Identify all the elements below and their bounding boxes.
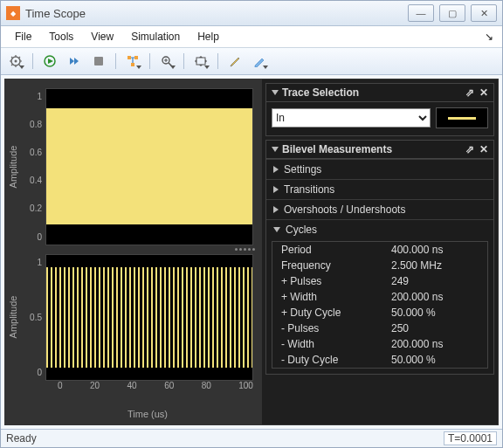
cell: + Duty Cycle [281, 307, 391, 319]
cell: Frequency [281, 259, 391, 272]
table-row: - Pulses250 [272, 320, 487, 336]
cell: 250 [391, 322, 479, 334]
config-button[interactable] [4, 51, 27, 72]
chevron-right-icon [273, 166, 279, 173]
plot-top[interactable]: Amplitude 1 0.8 0.6 0.4 0.2 0 [5, 79, 262, 245]
cell: - Pulses [281, 322, 391, 334]
y-axis-label-bottom: Amplitude [8, 296, 18, 339]
section-label: Transitions [284, 183, 334, 196]
plot-bottom[interactable]: Amplitude 1 0.5 0 [5, 254, 262, 381]
ytick: 0 [21, 368, 42, 377]
zoom-button[interactable] [155, 51, 178, 72]
signal-config-button[interactable] [121, 51, 144, 72]
section-label: Cycles [286, 224, 317, 236]
titlebar: ◆ Time Scope — ▢ ✕ [1, 1, 502, 26]
collapse-icon [272, 90, 279, 95]
x-ticks: 0 20 40 60 80 100 [5, 381, 262, 409]
step-button[interactable] [63, 51, 86, 72]
ytick: 0.4 [21, 176, 42, 185]
menu-view[interactable]: View [82, 29, 122, 45]
xtick: 0 [58, 381, 63, 390]
menu-arrow-icon[interactable]: ↘ [485, 31, 493, 43]
section-settings[interactable]: Settings [266, 159, 493, 179]
ytick: 0.6 [21, 148, 42, 157]
menu-file[interactable]: File [6, 29, 40, 45]
cell: 2.500 MHz [391, 259, 479, 272]
bilevel-title: Bilevel Measurements [282, 143, 392, 155]
close-icon[interactable]: ✕ [479, 86, 488, 99]
collapse-icon [272, 147, 279, 152]
cell: + Width [281, 291, 391, 303]
annotate-button[interactable] [248, 51, 271, 72]
xtick: 40 [127, 381, 137, 390]
status-time: T=0.0001 [444, 431, 497, 445]
cell: 50.000 % [391, 354, 479, 366]
svg-rect-7 [127, 56, 131, 59]
run-button[interactable] [38, 51, 61, 72]
plot-box-bottom[interactable] [45, 254, 253, 381]
section-cycles[interactable]: Cycles [266, 219, 493, 239]
svg-rect-9 [131, 63, 134, 66]
y-ticks-top: 1 0.8 0.6 0.4 0.2 0 [21, 88, 45, 245]
stop-button[interactable] [87, 51, 110, 72]
cell: + Pulses [281, 275, 391, 287]
trace-select-input[interactable]: In [272, 108, 431, 128]
svg-rect-8 [134, 56, 138, 59]
maximize-button[interactable]: ▢ [439, 4, 465, 22]
cell: 200.000 ns [391, 291, 479, 303]
undock-icon[interactable]: ⇗ [465, 86, 474, 99]
undock-icon[interactable]: ⇗ [465, 143, 474, 155]
svg-rect-6 [94, 57, 103, 65]
close-icon[interactable]: ✕ [479, 143, 488, 155]
ytick: 0.8 [21, 120, 42, 129]
chevron-down-icon [273, 227, 280, 232]
main-area: Amplitude 1 0.8 0.6 0.4 0.2 0 [4, 79, 499, 425]
stop-icon [93, 56, 104, 66]
plots-region: Amplitude 1 0.8 0.6 0.4 0.2 0 [5, 79, 262, 424]
cell: - Width [281, 338, 391, 350]
menu-simulation[interactable]: Simulation [122, 29, 189, 45]
status-ready: Ready [6, 432, 37, 445]
ytick: 0 [21, 232, 42, 242]
cell: - Duty Cycle [281, 354, 391, 366]
chevron-down-icon [19, 65, 24, 69]
window-controls: — ▢ ✕ [408, 4, 497, 22]
table-row: Frequency2.500 MHz [272, 258, 487, 273]
highlight-button[interactable] [224, 51, 246, 72]
cycles-table: Period400.000 ns Frequency2.500 MHz + Pu… [272, 241, 488, 369]
menu-help[interactable]: Help [189, 29, 228, 45]
chevron-right-icon [273, 206, 279, 213]
table-row: - Duty Cycle50.000 % [272, 352, 487, 368]
window: ◆ Time Scope — ▢ ✕ File Tools View Simul… [0, 0, 503, 448]
splitter-dots-icon[interactable] [5, 245, 262, 254]
svg-marker-3 [48, 59, 53, 64]
xtick: 100 [238, 381, 253, 390]
play-icon [44, 55, 56, 67]
toolbar [1, 48, 502, 75]
cell: 200.000 ns [391, 338, 479, 350]
svg-marker-4 [70, 58, 74, 65]
plot-box-top[interactable] [45, 88, 253, 245]
close-button[interactable]: ✕ [471, 4, 497, 22]
section-overshoots[interactable]: Overshoots / Undershoots [266, 199, 493, 219]
cell: 249 [391, 275, 479, 287]
xtick: 20 [90, 381, 100, 390]
table-row: + Pulses249 [272, 273, 487, 289]
trace-selection-header[interactable]: Trace Selection ⇗ ✕ [265, 83, 494, 102]
svg-rect-14 [196, 58, 205, 65]
scale-button[interactable] [189, 51, 212, 72]
section-transitions[interactable]: Transitions [266, 179, 493, 199]
chevron-down-icon [136, 65, 141, 69]
menubar: File Tools View Simulation Help ↘ [1, 26, 502, 48]
svg-marker-5 [74, 58, 79, 65]
trace-color-swatch[interactable] [436, 107, 488, 128]
minimize-button[interactable]: — [408, 4, 434, 22]
trace-selection-title: Trace Selection [282, 86, 359, 99]
bilevel-panel: Bilevel Measurements ⇗ ✕ Settings Transi… [265, 140, 494, 375]
table-row: - Width200.000 ns [272, 336, 487, 352]
bilevel-header[interactable]: Bilevel Measurements ⇗ ✕ [266, 141, 493, 159]
section-label: Settings [284, 163, 321, 176]
x-axis-label: Time (us) [5, 409, 253, 421]
ytick: 1 [21, 258, 42, 267]
menu-tools[interactable]: Tools [40, 29, 82, 45]
